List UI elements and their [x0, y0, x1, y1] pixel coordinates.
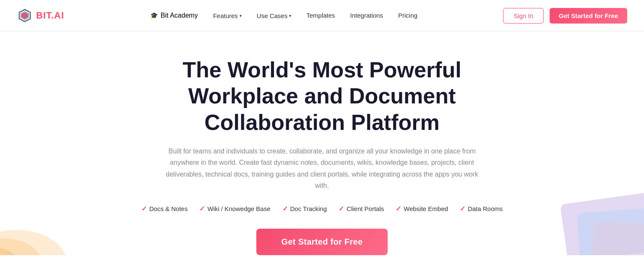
nav-actions: Sign In Get Started for Free — [503, 8, 627, 24]
signin-button[interactable]: Sign In — [503, 8, 544, 24]
hero-title: The World's Most Powerful Workplace and … — [133, 57, 511, 135]
feature-label: Website Embed — [404, 205, 448, 212]
chevron-down-icon: ▾ — [289, 13, 291, 18]
feature-doc-tracking: ✓ Doc Tracking — [282, 205, 327, 213]
check-icon: ✓ — [396, 205, 401, 213]
feature-docs-notes: ✓ Docs & Notes — [141, 205, 188, 213]
logo-text: BIT.AI — [36, 10, 64, 21]
feature-client-portals: ✓ Client Portals — [339, 205, 384, 213]
get-started-cta-button[interactable]: Get Started for Free — [256, 229, 388, 255]
feature-label: Client Portals — [347, 205, 384, 212]
deco-bottom-right — [527, 188, 644, 255]
feature-label: Data Rooms — [468, 205, 503, 212]
features-list: ✓ Docs & Notes ✓ Wiki / Knowedge Base ✓ … — [141, 205, 503, 213]
feature-wiki: ✓ Wiki / Knowedge Base — [199, 205, 270, 213]
nav-templates[interactable]: Templates — [306, 12, 335, 19]
feature-label: Wiki / Knowedge Base — [207, 205, 270, 212]
deco-bottom-left — [0, 179, 84, 255]
hero-section: The World's Most Powerful Workplace and … — [0, 32, 644, 255]
svg-rect-9 — [592, 222, 644, 255]
nav-academy[interactable]: 🎓 Bit Academy — [150, 12, 198, 19]
get-started-nav-button[interactable]: Get Started for Free — [550, 8, 627, 24]
chevron-down-icon: ▾ — [240, 13, 242, 18]
hero-subtitle: Built for teams and individuals to creat… — [159, 145, 486, 191]
nav-use-cases-label: Use Cases — [257, 12, 287, 19]
check-icon: ✓ — [339, 205, 344, 213]
nav-use-cases[interactable]: Use Cases ▾ — [257, 12, 291, 19]
check-icon: ✓ — [460, 205, 465, 213]
feature-label: Docs & Notes — [149, 205, 188, 212]
feature-label: Doc Tracking — [290, 205, 327, 212]
nav-pricing[interactable]: Pricing — [398, 12, 417, 19]
nav-academy-label: Bit Academy — [161, 12, 198, 19]
feature-website-embed: ✓ Website Embed — [396, 205, 448, 213]
check-icon: ✓ — [282, 205, 288, 213]
check-icon: ✓ — [199, 205, 205, 213]
logo-icon — [17, 8, 33, 24]
check-icon: ✓ — [141, 205, 147, 213]
mortarboard-icon: 🎓 — [150, 12, 158, 19]
nav-features-label: Features — [213, 12, 238, 19]
feature-data-rooms: ✓ Data Rooms — [460, 205, 503, 213]
nav-integrations[interactable]: Integrations — [350, 12, 383, 19]
nav-features[interactable]: Features ▾ — [213, 12, 242, 19]
navbar: BIT.AI 🎓 Bit Academy Features ▾ Use Case… — [0, 0, 644, 32]
nav-links: 🎓 Bit Academy Features ▾ Use Cases ▾ Tem… — [150, 12, 417, 19]
logo[interactable]: BIT.AI — [17, 8, 64, 24]
